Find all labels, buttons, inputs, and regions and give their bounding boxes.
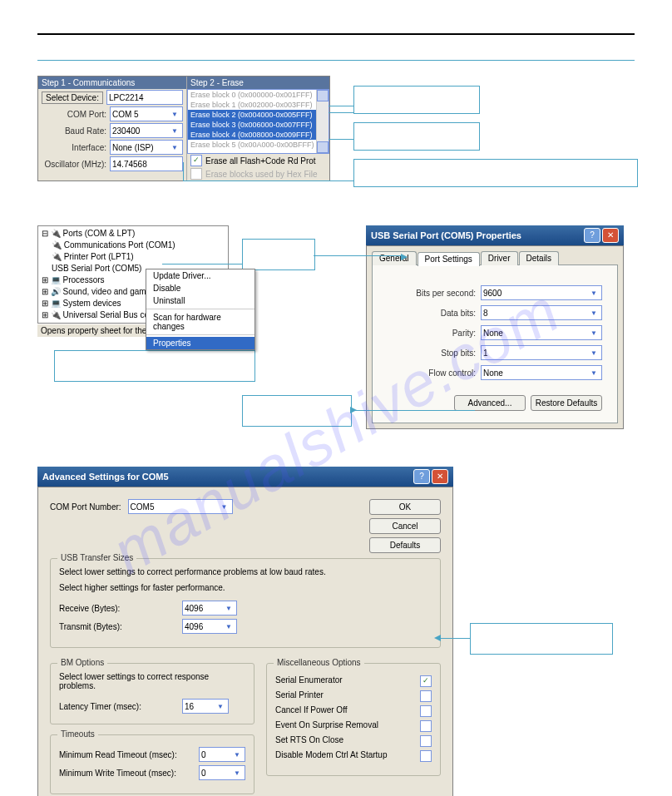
latency-combo[interactable]: 16▼ — [182, 699, 229, 714]
osc-field[interactable]: 14.74568 — [110, 156, 183, 171]
min-read-label: Minimum Read Timeout (msec): — [59, 750, 192, 759]
misc-label: Event On Surprise Removal — [275, 720, 378, 732]
callout — [242, 239, 315, 270]
osc-label: Oscillator (MHz): — [42, 160, 106, 169]
restore-defaults-button[interactable]: Restore Defaults — [531, 395, 602, 411]
chevron-down-icon: ▼ — [169, 111, 180, 118]
list-item[interactable]: Erase block 2 (0x004000-0x005FFF) — [188, 110, 329, 120]
menu-item[interactable]: Disable — [146, 282, 254, 294]
erase-used-checkbox — [190, 168, 202, 180]
erase-all-checkbox[interactable]: ✓ — [190, 155, 202, 166]
baud-label: Baud Rate: — [42, 126, 106, 136]
misc-label: Cancel If Power Off — [275, 705, 348, 717]
menu-item[interactable]: Uninstall — [146, 294, 254, 307]
databits-combo[interactable]: 8▼ — [481, 305, 602, 320]
chevron-down-icon: ▼ — [231, 769, 243, 777]
menu-item[interactable]: Scan for hardware changes — [146, 311, 254, 333]
chevron-down-icon: ▼ — [223, 623, 235, 630]
set-rts-checkbox[interactable] — [420, 735, 432, 747]
cancel-poweroff-checkbox[interactable] — [420, 705, 432, 717]
menu-separator — [146, 309, 254, 309]
erase-listbox[interactable]: Erase block 0 (0x000000-0x001FFF) Erase … — [187, 89, 329, 154]
baud-combo[interactable]: 230400▼ — [110, 123, 183, 138]
callout — [242, 395, 352, 427]
close-button[interactable]: ✕ — [602, 228, 619, 243]
serial-enum-checkbox[interactable]: ✓ — [420, 675, 432, 687]
scrollbar[interactable] — [316, 90, 329, 153]
misc-label: Serial Printer — [275, 690, 324, 702]
tab-port-settings[interactable]: Port Settings — [418, 252, 480, 266]
flow-combo[interactable]: None▼ — [481, 365, 602, 380]
bps-label: Bits per second: — [416, 289, 476, 298]
com-port-combo[interactable]: COM 5▼ — [110, 106, 183, 121]
list-item[interactable]: Erase block 4 (0x008000-0x009FFF) — [188, 130, 329, 140]
list-item[interactable]: Erase block 1 (0x002000-0x003FFF) — [188, 100, 329, 110]
close-button[interactable]: ✕ — [432, 469, 448, 484]
interface-combo[interactable]: None (ISP)▼ — [110, 140, 183, 155]
tree-node[interactable]: ⊟ 🔌 Ports (COM & LPT) — [40, 228, 226, 240]
chevron-down-icon: ▼ — [169, 127, 180, 135]
callout — [353, 86, 480, 114]
chevron-down-icon: ▼ — [588, 329, 600, 337]
properties-title: USB Serial Port (COM5) Properties — [371, 230, 521, 240]
chevron-down-icon: ▼ — [215, 703, 226, 710]
chevron-down-icon: ▼ — [219, 503, 230, 511]
receive-combo[interactable]: 4096▼ — [182, 601, 237, 616]
advanced-title: Advanced Settings for COM5 — [42, 472, 169, 482]
properties-titlebar[interactable]: USB Serial Port (COM5) Properties ? ✕ — [366, 225, 624, 245]
databits-label: Data bits: — [441, 309, 476, 318]
erase-all-label: Erase all Flash+Code Rd Prot — [205, 156, 316, 166]
list-item[interactable]: Erase block 5 (0x00A000-0x00BFFF) — [188, 140, 329, 150]
serial-printer-checkbox[interactable] — [420, 690, 432, 702]
tree-node[interactable]: 🔌 Communications Port (COM1) — [40, 240, 226, 251]
usb-note: Select higher settings for faster perfor… — [59, 583, 432, 592]
misc-label: Serial Enumerator — [275, 675, 343, 687]
interface-label: Interface: — [42, 143, 106, 152]
tab-details[interactable]: Details — [519, 251, 560, 265]
event-surprise-checkbox[interactable] — [420, 720, 432, 732]
tree-node[interactable]: 🔌 Printer Port (LPT1) — [40, 251, 226, 263]
ok-button[interactable]: OK — [369, 499, 441, 515]
chevron-down-icon: ▼ — [231, 751, 243, 759]
list-item[interactable]: Erase block 0 (0x000000-0x001FFF) — [188, 90, 329, 100]
help-button[interactable]: ? — [584, 228, 600, 243]
misc-label: Disable Modem Ctrl At Startup — [275, 750, 388, 762]
callout — [353, 159, 638, 187]
step2-header: Step 2 - Erase — [187, 77, 329, 89]
menu-item[interactable]: Properties — [146, 337, 254, 349]
transmit-combo[interactable]: 4096▼ — [182, 619, 237, 634]
bm-note: Select lower settings to correct respons… — [59, 672, 245, 690]
com-port-number-combo[interactable]: COM5▼ — [128, 499, 233, 514]
bm-options-group: BM Options Select lower settings to corr… — [50, 663, 254, 724]
bps-combo[interactable]: 9600▼ — [481, 285, 602, 300]
com-port-label: COM Port: — [42, 110, 106, 119]
parity-combo[interactable]: None▼ — [481, 325, 602, 340]
min-write-label: Minimum Write Timeout (msec): — [59, 769, 192, 778]
min-write-combo[interactable]: 0▼ — [199, 765, 245, 780]
erase-used-label: Erase blocks used by Hex File — [205, 170, 318, 179]
select-device-button[interactable]: Select Device: — [42, 91, 103, 104]
help-button[interactable]: ? — [413, 469, 430, 484]
usb-note: Select lower settings to correct perform… — [59, 567, 432, 576]
chevron-down-icon: ▼ — [223, 605, 235, 612]
advanced-button[interactable]: Advanced... — [454, 395, 526, 411]
device-field[interactable]: LPC2214 — [106, 90, 183, 105]
latency-label: Latency Timer (msec): — [59, 702, 175, 711]
min-read-combo[interactable]: 0▼ — [199, 747, 245, 762]
chevron-down-icon: ▼ — [588, 369, 600, 377]
flow-label: Flow control: — [428, 368, 476, 378]
disable-modem-checkbox[interactable] — [420, 750, 432, 762]
transmit-label: Transmit (Bytes): — [59, 622, 175, 631]
chevron-down-icon: ▼ — [588, 309, 600, 317]
context-menu[interactable]: Update Driver... Disable Uninstall Scan … — [146, 269, 255, 350]
list-item[interactable]: Erase block 3 (0x006000-0x007FFF) — [188, 120, 329, 130]
cancel-button[interactable]: Cancel — [369, 518, 441, 534]
callout — [353, 122, 480, 151]
menu-item[interactable]: Update Driver... — [146, 269, 254, 282]
tab-driver[interactable]: Driver — [481, 251, 518, 265]
stopbits-combo[interactable]: 1▼ — [481, 345, 602, 360]
defaults-button[interactable]: Defaults — [369, 537, 441, 553]
advanced-titlebar[interactable]: Advanced Settings for COM5 ? ✕ — [37, 467, 453, 487]
misc-label: Set RTS On Close — [275, 735, 343, 747]
tab-general[interactable]: General — [372, 251, 417, 265]
